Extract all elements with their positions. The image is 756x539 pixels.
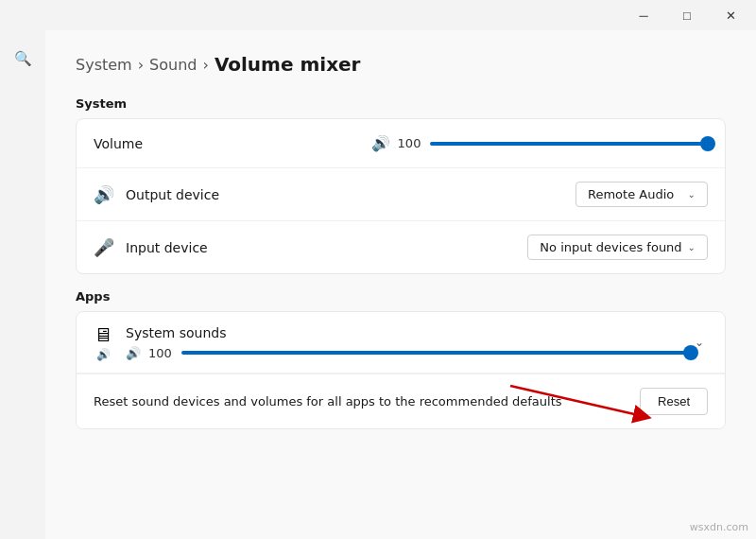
watermark: wsxdn.com (690, 521, 748, 533)
reset-description: Reset sound devices and volumes for all … (94, 394, 640, 409)
app-slider-container[interactable] (181, 351, 691, 355)
close-button[interactable]: ✕ (709, 0, 752, 30)
input-device-dropdown[interactable]: No input devices found ⌄ (527, 235, 708, 260)
volume-track (430, 142, 708, 146)
breadcrumb-sep-2: › (202, 56, 208, 74)
apps-section-label: Apps (76, 289, 726, 304)
main-content: System › Sound › Volume mixer System Vol… (45, 30, 756, 539)
sidebar: 🔍 (0, 30, 45, 539)
output-device-label: Output device (126, 187, 576, 202)
breadcrumb: System › Sound › Volume mixer (76, 53, 726, 76)
volume-thumb[interactable] (700, 136, 715, 151)
apps-card: 🖥 🔊 System sounds 🔊 100 ⌄ Reset (76, 311, 726, 429)
app-slider-thumb[interactable] (683, 345, 698, 360)
input-device-icon: 🎤 (94, 237, 114, 257)
system-sounds-row: 🖥 🔊 System sounds 🔊 100 ⌄ (77, 312, 725, 374)
app-volume-row: 🔊 100 (126, 346, 691, 360)
volume-icon: 🔊 (371, 134, 390, 152)
output-device-icon: 🔊 (94, 184, 114, 204)
output-device-row: 🔊 Output device Remote Audio ⌄ (77, 168, 725, 221)
input-device-chevron: ⌄ (688, 242, 696, 252)
input-device-row: 🎤 Input device No input devices found ⌄ (77, 221, 725, 273)
volume-row: Volume 🔊 100 (77, 119, 725, 168)
app-volume-icon: 🔊 (126, 346, 141, 360)
app-speaker-sub-icon: 🔊 (96, 348, 111, 361)
volume-value: 100 (398, 136, 421, 150)
app-monitor-icon: 🖥 (94, 323, 112, 346)
output-device-value: Remote Audio (588, 187, 674, 201)
maximize-button[interactable]: □ (665, 0, 709, 30)
system-card: Volume 🔊 100 🔊 Output device Remote Audi… (76, 118, 726, 274)
volume-label: Volume (94, 136, 371, 151)
volume-slider[interactable] (430, 142, 708, 146)
title-bar: ─ □ ✕ (0, 0, 756, 30)
breadcrumb-sound[interactable]: Sound (149, 56, 197, 74)
reset-row: Reset sound devices and volumes for all … (77, 374, 725, 428)
minimize-button[interactable]: ─ (622, 0, 665, 30)
search-icon: 🔍 (14, 50, 32, 67)
search-button[interactable]: 🔍 (6, 42, 40, 76)
input-device-value: No input devices found (540, 240, 681, 254)
app-icon-area: 🖥 🔊 (94, 323, 112, 361)
app-name: System sounds (126, 325, 691, 340)
app-content: System sounds 🔊 100 (126, 325, 691, 360)
breadcrumb-system[interactable]: System (76, 56, 132, 74)
system-section-label: System (76, 96, 726, 111)
app-volume-value: 100 (148, 346, 172, 360)
output-device-chevron: ⌄ (688, 189, 696, 200)
output-device-dropdown[interactable]: Remote Audio ⌄ (576, 182, 708, 207)
input-device-label: Input device (126, 240, 527, 255)
reset-button[interactable]: Reset (640, 388, 708, 415)
app-slider-track (181, 351, 691, 355)
breadcrumb-sep-1: › (138, 56, 144, 74)
breadcrumb-current: Volume mixer (215, 53, 361, 76)
